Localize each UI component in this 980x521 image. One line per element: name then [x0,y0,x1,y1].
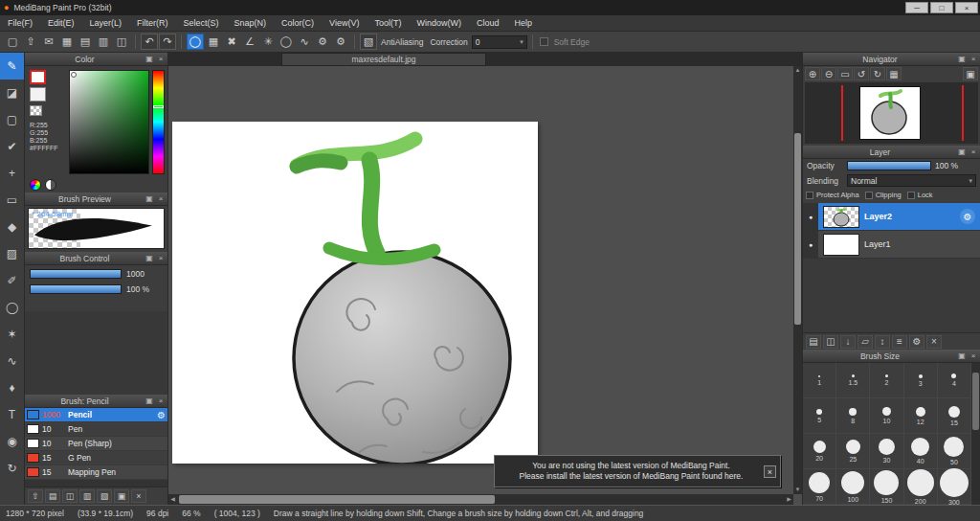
menu-color[interactable]: Color(C) [274,15,322,32]
scroll-down-arrow[interactable]: ▼ [793,486,802,494]
duplicate-layer-icon[interactable]: ◫ [823,335,838,349]
maximize-button[interactable]: □ [930,2,953,13]
palette-icon[interactable]: ▦ [58,34,76,50]
folder-icon[interactable]: ▧ [97,489,112,503]
menu-view[interactable]: View(V) [322,15,367,32]
snap-circle-icon[interactable]: ◯ [278,34,295,50]
brush-item-pen-sharp[interactable]: 10 Pen (Sharp) [25,437,167,451]
scroll-right-arrow[interactable]: ▶ [785,494,793,505]
brush-size-option[interactable]: 150 [870,469,903,505]
brush-size-option[interactable]: 1 [803,363,836,398]
drawing-canvas[interactable] [172,122,538,464]
curve-tool[interactable]: ∿ [0,348,24,374]
zoom-in-icon[interactable]: ⊕ [805,67,820,80]
scroll-left-arrow[interactable]: ◀ [168,494,177,505]
close-icon[interactable]: × [156,194,166,203]
blending-dropdown[interactable]: Normal ▾ [847,174,976,187]
brush-size-option[interactable]: 30 [870,434,903,469]
visibility-eye-icon[interactable]: ● [803,231,818,258]
menu-cloud[interactable]: Cloud [469,15,507,32]
menu-filter[interactable]: Filter(R) [129,15,176,32]
hue-slider[interactable] [152,70,165,174]
close-icon[interactable]: × [969,351,978,360]
brush-tool[interactable]: ✎ [0,53,24,79]
material-download-icon[interactable]: ▣ [114,489,129,503]
background-color-swatch[interactable] [30,87,46,102]
transparent-color-swatch[interactable] [30,105,42,116]
select-tool[interactable]: ▢ [0,106,24,133]
soft-edge-checkbox[interactable] [540,37,548,46]
brush-size-option[interactable]: 40 [904,434,938,469]
brush-size-slider[interactable] [30,269,122,279]
zoom-out-icon[interactable]: ⊖ [821,67,836,80]
layer-row-layer1[interactable]: ● Layer1 [803,231,980,259]
brush-size-option[interactable]: 3 [904,363,938,398]
fit-window-icon[interactable]: ▭ [837,67,853,80]
brush-item-g-pen[interactable]: 15 G Pen [25,451,167,465]
minimize-button[interactable]: ─ [905,2,928,13]
close-icon[interactable]: × [969,147,978,156]
snap-curve-icon[interactable]: ∿ [296,34,313,50]
snap-parallel-icon[interactable]: ∠ [241,34,258,50]
eyedropper-tool[interactable]: ♦ [0,374,24,401]
navigator-settings-icon[interactable]: ▣ [963,67,978,80]
popout-icon[interactable]: ▣ [957,147,967,156]
menu-file[interactable]: File(F) [0,15,40,32]
redo-icon[interactable]: ↷ [159,34,176,50]
protect-alpha-checkbox[interactable] [806,192,813,199]
layer-row-layer2[interactable]: ● Layer2 ⚙ [803,203,980,231]
grid-view-icon[interactable]: ▥ [95,34,112,50]
menu-snap[interactable]: Snap(N) [227,15,275,32]
brush-size-option[interactable]: 100 [836,469,870,505]
rotate-left-icon[interactable]: ↺ [854,67,869,80]
brush-item-pencil[interactable]: 1000 Pencil ⚙ [25,408,167,422]
move-tool[interactable]: + [0,160,24,187]
snap-off-icon[interactable]: ✖ [223,34,240,50]
visibility-eye-icon[interactable]: ● [803,203,818,230]
menu-layer[interactable]: Layer(L) [82,15,130,32]
notification-close-button[interactable]: × [764,465,776,478]
rotate-tool[interactable]: ↻ [0,455,24,482]
close-icon[interactable]: × [156,254,166,262]
brush-size-option[interactable]: 300 [938,469,971,505]
bucket-tool[interactable]: ◆ [0,214,24,240]
foreground-color-swatch[interactable] [30,70,46,84]
close-button[interactable]: × [955,2,978,13]
new-canvas-icon[interactable]: ▢ [4,34,21,50]
text-tool[interactable]: T [0,401,24,428]
popout-icon[interactable]: ▣ [957,55,967,63]
menu-window[interactable]: Window(W) [409,15,469,32]
brush-size-scroll-thumb[interactable] [972,373,979,430]
lock-checkbox[interactable] [907,192,915,199]
brush-size-option[interactable]: 25 [836,434,870,469]
marquee-tool[interactable]: ▭ [0,187,24,214]
transfer-layer-icon[interactable]: ↕ [875,335,890,349]
brush-size-option[interactable]: 20 [803,434,836,469]
undo-icon[interactable]: ↶ [141,34,158,50]
color-compare-icon[interactable] [45,179,56,191]
reset-view-icon[interactable]: ▦ [886,67,902,80]
lasso-tool[interactable]: ◯ [0,294,24,321]
duplicate-brush-icon[interactable]: ◫ [62,489,78,503]
material-icon[interactable]: ◫ [113,34,130,50]
snap-settings-icon[interactable]: ⚙ [314,34,331,50]
brush-size-option[interactable]: 15 [938,398,971,434]
navigator-preview[interactable] [805,82,978,144]
delete-brush-icon[interactable]: × [131,489,146,503]
close-icon[interactable]: × [969,55,978,63]
popout-icon[interactable]: ▣ [145,254,154,262]
menu-tool[interactable]: Tool(T) [367,15,409,32]
brush-size-option[interactable]: 1.5 [836,363,870,398]
clipping-checkbox[interactable] [865,192,873,199]
export-icon[interactable]: ▤ [77,34,94,50]
horizontal-scroll-thumb[interactable] [179,495,495,504]
select-pen-tool[interactable]: ✐ [0,267,24,294]
brush-opacity-slider[interactable] [30,284,122,294]
brush-item-mapping-pen[interactable]: 15 Mapping Pen [25,465,167,480]
popout-icon[interactable]: ▣ [145,396,154,405]
opacity-slider[interactable] [847,161,931,170]
canvas-horizontal-scrollbar[interactable]: ◀ ▶ [168,494,793,505]
close-icon[interactable]: × [156,396,166,405]
brush-size-option[interactable]: 8 [836,398,870,434]
popout-icon[interactable]: ▣ [957,351,967,360]
